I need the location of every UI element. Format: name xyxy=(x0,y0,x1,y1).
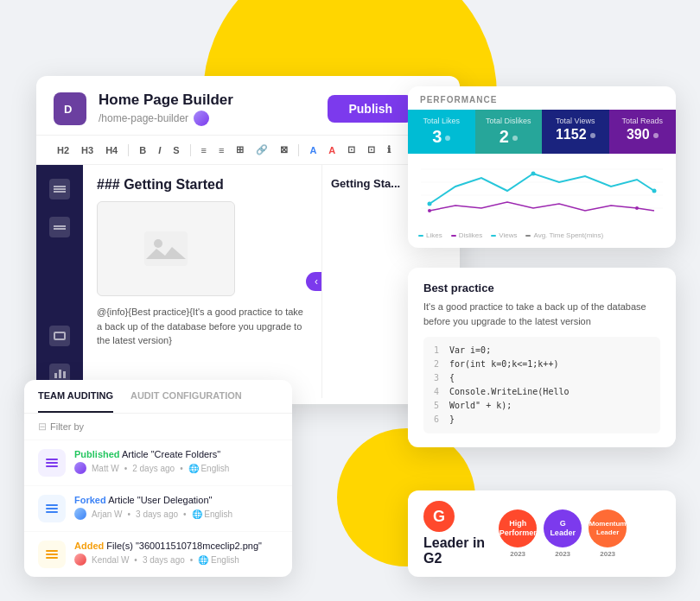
editor-main: ### Getting Started @{info}{Best practic… xyxy=(83,165,321,398)
badge-year-1: 2023 xyxy=(510,550,525,558)
audit-item-meta-2: Arjan W • 3 days ago • 🌐 English xyxy=(74,508,278,520)
sidebar-icon-2[interactable] xyxy=(49,217,70,237)
toolbar-strike[interactable]: S xyxy=(169,143,182,157)
audit-item-title-3: Added File(s) "360011510718mceclip2.png" xyxy=(74,541,278,551)
stat-likes-label: Total Likes xyxy=(418,117,465,125)
toolbar-table2[interactable]: ⊡ xyxy=(364,142,379,157)
stat-likes-value: 3 xyxy=(418,127,465,147)
audit-author-2: Arjan W xyxy=(92,509,123,519)
editor-title-block: Home Page Builder /home-page-builder xyxy=(99,92,233,126)
article-card: Best practice It's a good practice to ta… xyxy=(408,268,676,447)
tab-audit-configuration[interactable]: AUDIT CONFIGURATION xyxy=(130,380,242,413)
svg-text:D: D xyxy=(64,103,72,116)
toolbar-color2[interactable]: A xyxy=(325,143,339,157)
code-line-6: 6 } xyxy=(434,413,650,427)
g2-badge-momentum: MomentumLeader 2023 xyxy=(589,509,627,558)
sidebar-icon-docs[interactable] xyxy=(49,179,70,199)
audit-sep-3: • xyxy=(134,555,137,565)
page-title: Home Page Builder xyxy=(99,92,233,109)
article-text: It's a good practice to take a back up o… xyxy=(423,300,660,328)
svg-point-10 xyxy=(652,189,657,193)
svg-rect-2 xyxy=(144,231,188,266)
editor-toolbar: H2 H3 H4 B I S ≡ ≡ ⊞ 🔗 ⊠ A A ⊡ ⊡ ℹ xyxy=(36,136,460,165)
chart-legend: Likes Dislikes Views Avg. Time Spent(min… xyxy=(408,231,676,239)
toolbar-sep-2 xyxy=(190,144,191,156)
toolbar-sep-1 xyxy=(128,144,129,156)
badge-label-1: HighPerformer xyxy=(500,519,537,538)
audit-item-content-2: Forked Article "User Delegation" Arjan W… xyxy=(74,495,278,520)
audit-item-1: Published Article "Create Folders" Matt … xyxy=(24,440,292,486)
stat-reads-label: Total Reads xyxy=(620,117,666,125)
performance-title: PERFORMANCE xyxy=(408,86,676,110)
code-line-5: 5 World" + k); xyxy=(434,399,650,413)
badge-year-2: 2023 xyxy=(555,550,570,558)
editor-body-text: @{info}{Best practice}{It's a good pract… xyxy=(97,305,308,348)
legend-time: Avg. Time Spent(mins) xyxy=(525,231,603,239)
stat-dislikes-label: Total Dislikes xyxy=(486,117,532,125)
audit-item-3: Added File(s) "360011510718mceclip2.png"… xyxy=(24,532,292,577)
editor-path: /home-page-builder xyxy=(99,111,233,126)
code-line-4: 4 Console.WriteLine(Hello xyxy=(434,385,650,399)
toolbar-h4[interactable]: H4 xyxy=(102,143,121,157)
code-content-2: for(int k=0;k<=1;k++) xyxy=(449,357,558,371)
publish-button[interactable]: Publish xyxy=(328,95,413,123)
code-content-3: { xyxy=(449,371,455,385)
stat-dislikes-value: 2 xyxy=(486,127,532,147)
audit-tabs: TEAM AUDITING AUDIT CONFIGURATION xyxy=(24,380,292,414)
audit-item-content-3: Added File(s) "360011510718mceclip2.png"… xyxy=(74,541,278,566)
article-title: Best practice xyxy=(423,282,660,294)
stat-reads-value: 390 xyxy=(620,127,666,142)
code-content-5: World" + k); xyxy=(449,399,512,413)
audit-author-1: Matt W xyxy=(92,464,119,473)
audit-status-3: Added xyxy=(74,541,104,551)
stat-views: Total Views 1152 xyxy=(542,110,609,154)
toolbar-info[interactable]: ℹ xyxy=(384,142,394,157)
svg-point-3 xyxy=(154,239,162,248)
left-arrow-icon: ‹ xyxy=(315,275,318,288)
app-icon: D xyxy=(54,92,86,125)
g2-leader-text: Leader inG2 xyxy=(423,535,485,566)
legend-time-label: Avg. Time Spent(mins) xyxy=(533,231,603,239)
toolbar-h2[interactable]: H2 xyxy=(54,143,73,157)
audit-time-3: 3 days ago xyxy=(143,555,185,565)
avatar xyxy=(194,111,209,126)
toolbar-bold[interactable]: B xyxy=(136,143,150,157)
editor-sidebar xyxy=(36,165,83,398)
audit-item-meta-3: Kendal W • 3 days ago • 🌐 English xyxy=(74,554,278,566)
toolbar-color1[interactable]: A xyxy=(306,143,320,157)
legend-views-label: Views xyxy=(499,231,517,239)
audit-icon-1 xyxy=(38,449,66,477)
toolbar-table[interactable]: ⊡ xyxy=(344,142,359,157)
audit-author-3: Kendal W xyxy=(92,555,129,565)
path-text: /home-page-builder xyxy=(99,112,188,124)
image-placeholder xyxy=(97,201,235,296)
toolbar-h3[interactable]: H3 xyxy=(78,143,97,157)
editor-heading: ### Getting Started xyxy=(97,177,308,193)
legend-likes-label: Likes xyxy=(426,231,442,239)
audit-status-1: Published xyxy=(74,449,120,459)
toolbar-list[interactable]: ≡ xyxy=(198,143,210,157)
tab-team-auditing[interactable]: TEAM AUDITING xyxy=(38,380,113,413)
code-content-4: Console.WriteLine(Hello xyxy=(449,385,569,399)
badge-circle-3: MomentumLeader xyxy=(589,509,627,547)
g2-badge-high-performer: HighPerformer 2023 xyxy=(499,509,537,558)
audit-sep-1: • xyxy=(124,464,128,473)
audit-time-2: 3 days ago xyxy=(136,509,178,519)
audit-avatar-1 xyxy=(74,462,86,474)
stat-reads: Total Reads 390 xyxy=(609,110,677,154)
toolbar-sep-3 xyxy=(298,144,299,156)
audit-filter: ⊟ Filter by xyxy=(24,414,292,440)
filter-icon: ⊟ xyxy=(38,421,47,433)
audit-lang-3: 🌐 English xyxy=(198,555,239,565)
toolbar-image[interactable]: ⊠ xyxy=(277,142,291,157)
toolbar-list2[interactable]: ≡ xyxy=(215,143,227,157)
audit-item-meta-1: Matt W • 2 days ago • 🌐 English xyxy=(74,462,278,474)
code-content-1: Var i=0; xyxy=(449,344,491,357)
line-num-1: 1 xyxy=(434,344,442,357)
navigation-pill[interactable]: ‹ › xyxy=(306,272,321,291)
sidebar-icon-monitor[interactable] xyxy=(49,326,70,346)
toolbar-link[interactable]: 🔗 xyxy=(252,142,271,157)
toolbar-grid[interactable]: ⊞ xyxy=(232,142,247,157)
code-content-6: } xyxy=(449,413,455,427)
toolbar-italic[interactable]: I xyxy=(155,143,164,157)
